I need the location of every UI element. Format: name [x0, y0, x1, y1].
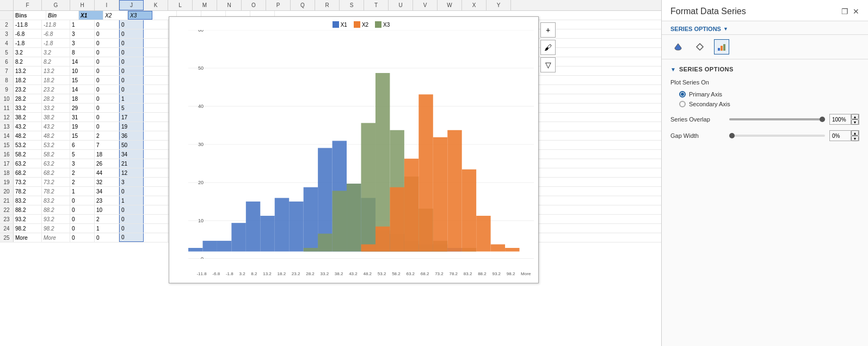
cell-r22-c1[interactable]: 88.2	[42, 205, 70, 214]
cell-r13-c2[interactable]: 19	[70, 122, 95, 131]
cell-r24-c3[interactable]: 1	[95, 224, 119, 233]
cell-r7-c2[interactable]: 10	[70, 66, 95, 75]
cell-r9-c4[interactable]: 0	[119, 85, 144, 94]
cell-r5-c1[interactable]: 3.2	[42, 48, 70, 57]
cell-r16-c3[interactable]: 18	[95, 150, 119, 159]
series-options-icon[interactable]	[714, 39, 729, 54]
cell-r4-c4[interactable]: 0	[119, 39, 144, 47]
cell-r20-c2[interactable]: 1	[70, 187, 95, 196]
chart-filters-button[interactable]: ▽	[540, 57, 556, 72]
cell-r3-c1[interactable]: -6.8	[42, 29, 70, 38]
cell-r7-c1[interactable]: 13.2	[42, 66, 70, 75]
cell-r18-c3[interactable]: 44	[95, 168, 119, 177]
cell-r9-c2[interactable]: 14	[70, 85, 95, 94]
cell-r14-c1[interactable]: 48.2	[42, 131, 70, 140]
series-options-tab[interactable]: SERIES OPTIONS ▼	[670, 26, 859, 32]
col-header-L[interactable]: L	[168, 0, 193, 10]
cell-r18-c4[interactable]: 12	[119, 168, 144, 177]
cell-r25-c1[interactable]: More	[42, 233, 70, 242]
cell-r4-c0[interactable]: -1.8	[14, 39, 42, 47]
cell-r19-c2[interactable]: 2	[70, 178, 95, 186]
col-header-W[interactable]: W	[438, 0, 462, 10]
cell-r14-c2[interactable]: 15	[70, 131, 95, 140]
cell-r13-c0[interactable]: 43.2	[14, 122, 42, 131]
cell-r8-c0[interactable]: 18.2	[14, 76, 42, 84]
cell-r15-c1[interactable]: 53.2	[42, 141, 70, 149]
cell-r12-c4[interactable]: 17	[119, 113, 144, 122]
cell-r18-c2[interactable]: 2	[70, 168, 95, 177]
cell-r4-c2[interactable]: 3	[70, 39, 95, 47]
col-header-F[interactable]: F	[14, 0, 42, 10]
cell-r3-c0[interactable]: -6.8	[14, 29, 42, 38]
cell-r23-c0[interactable]: 93.2	[14, 215, 42, 223]
cell-r2-c1[interactable]: -11.8	[42, 20, 70, 29]
cell-r11-c2[interactable]: 29	[70, 104, 95, 112]
col-header-T[interactable]: T	[364, 0, 389, 10]
cell-r13-c1[interactable]: 43.2	[42, 122, 70, 131]
chart-styles-button[interactable]: 🖌	[540, 40, 556, 55]
cell-r6-c2[interactable]: 14	[70, 57, 95, 66]
series-overlap-down-button[interactable]: ▼	[851, 119, 859, 125]
fill-color-icon[interactable]	[670, 39, 686, 54]
cell-r10-c2[interactable]: 18	[70, 94, 95, 103]
gap-width-down-button[interactable]: ▼	[851, 136, 859, 141]
cell-r24-c2[interactable]: 0	[70, 224, 95, 233]
col-header-R[interactable]: R	[315, 0, 340, 10]
cell-r10-c1[interactable]: 28.2	[42, 94, 70, 103]
cell-r8-c1[interactable]: 18.2	[42, 76, 70, 84]
cell-r5-c4[interactable]: 0	[119, 48, 144, 57]
cell-r21-c0[interactable]: 83.2	[14, 196, 42, 205]
cell-r23-c2[interactable]: 0	[70, 215, 95, 223]
primary-axis-radio[interactable]	[679, 91, 686, 98]
cell-r4-c3[interactable]: 0	[95, 39, 119, 47]
cell-r16-c4[interactable]: 34	[119, 150, 144, 159]
gap-width-up-button[interactable]: ▲	[851, 130, 859, 136]
cell-r18-c0[interactable]: 68.2	[14, 168, 42, 177]
col-header-O[interactable]: O	[242, 0, 266, 10]
cell-r15-c2[interactable]: 6	[70, 141, 95, 149]
col-header-Q[interactable]: Q	[291, 0, 315, 10]
cell-r19-c3[interactable]: 32	[95, 178, 119, 186]
cell-r25-c0[interactable]: More	[14, 233, 42, 242]
cell-r6-c1[interactable]: 8.2	[42, 57, 70, 66]
cell-r24-c0[interactable]: 98.2	[14, 224, 42, 233]
cell-r10-c0[interactable]: 28.2	[14, 94, 42, 103]
cell-r23-c4[interactable]: 0	[119, 215, 144, 223]
cell-r17-c3[interactable]: 26	[95, 159, 119, 168]
primary-axis-option[interactable]: Primary Axis	[679, 91, 859, 98]
cell-r9-c1[interactable]: 23.2	[42, 85, 70, 94]
gap-width-thumb[interactable]	[729, 133, 735, 138]
cell-r9-c0[interactable]: 23.2	[14, 85, 42, 94]
cell-r8-c2[interactable]: 15	[70, 76, 95, 84]
cell-r24-c4[interactable]: 0	[119, 224, 144, 233]
cell-r17-c2[interactable]: 3	[70, 159, 95, 168]
cell-r22-c4[interactable]: 0	[119, 205, 144, 214]
cell-r6-c4[interactable]: 0	[119, 57, 144, 66]
cell-r2-c4[interactable]: 0	[119, 20, 144, 29]
col-header-X[interactable]: X	[462, 0, 487, 10]
cell-r12-c0[interactable]: 38.2	[14, 113, 42, 122]
cell-r2-c0[interactable]: -11.8	[14, 20, 42, 29]
cell-r3-c3[interactable]: 0	[95, 29, 119, 38]
cell-r5-c2[interactable]: 8	[70, 48, 95, 57]
cell-r22-c2[interactable]: 0	[70, 205, 95, 214]
cell-r17-c0[interactable]: 63.2	[14, 159, 42, 168]
cell-r5-c0[interactable]: 3.2	[14, 48, 42, 57]
cell-r17-c4[interactable]: 21	[119, 159, 144, 168]
cell-r4-c1[interactable]: -1.8	[42, 39, 70, 47]
cell-r7-c0[interactable]: 13.2	[14, 66, 42, 75]
cell-r13-c3[interactable]: 0	[95, 122, 119, 131]
cell-r21-c1[interactable]: 83.2	[42, 196, 70, 205]
cell-r25-c3[interactable]: 0	[95, 233, 119, 242]
cell-r21-c4[interactable]: 1	[119, 196, 144, 205]
cell-r2-c2[interactable]: 1	[70, 20, 95, 29]
cell-r25-c2[interactable]: 0	[70, 233, 95, 242]
cell-r3-c4[interactable]: 0	[119, 29, 144, 38]
cell-r11-c0[interactable]: 33.2	[14, 104, 42, 112]
col-header-H[interactable]: H	[70, 0, 95, 10]
series-overlap-slider[interactable]	[729, 118, 825, 120]
col-header-K[interactable]: K	[144, 0, 168, 10]
col-header-S[interactable]: S	[340, 0, 364, 10]
col-header-G[interactable]: G	[42, 0, 70, 10]
cell-r9-c3[interactable]: 0	[95, 85, 119, 94]
